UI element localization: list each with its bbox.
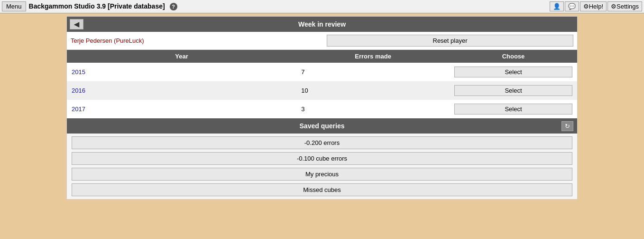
year-link[interactable]: 2015 bbox=[72, 68, 85, 76]
player-row: Terje Pedersen (PureLuck) Reset player bbox=[67, 32, 577, 50]
week-in-review-header: ◀ Week in review bbox=[67, 17, 577, 32]
table-row: 201610Select bbox=[67, 81, 577, 100]
saved-query-button[interactable]: -0.200 errors bbox=[72, 136, 572, 149]
select-year-button[interactable]: Select bbox=[454, 67, 572, 77]
year-cell: 2016 bbox=[67, 81, 296, 100]
year-cell: 2017 bbox=[67, 100, 296, 118]
help-question-icon[interactable]: ? bbox=[170, 3, 177, 10]
app-title: Backgammon Studio 3.9 [Private database]… bbox=[29, 2, 550, 10]
year-errors-table: Year Errors made Choose 20157Select20161… bbox=[67, 50, 577, 118]
saved-query-button[interactable]: Missed cubes bbox=[72, 183, 572, 196]
choose-column-header: Choose bbox=[450, 50, 577, 63]
table-row: 20157Select bbox=[67, 63, 577, 81]
menu-button[interactable]: Menu bbox=[2, 1, 26, 11]
settings-button[interactable]: ⚙Settings bbox=[607, 1, 642, 11]
year-cell: 2015 bbox=[67, 63, 296, 81]
queries-area: -0.200 errors-0.100 cube errorsMy precio… bbox=[67, 134, 577, 199]
main-content: ◀ Week in review Terje Pedersen (PureLuc… bbox=[66, 16, 578, 200]
choose-cell: Select bbox=[450, 63, 577, 81]
year-link[interactable]: 2016 bbox=[72, 87, 85, 94]
errors-cell: 3 bbox=[296, 100, 450, 118]
chat-icon-button[interactable]: 💬 bbox=[565, 1, 579, 11]
saved-query-button[interactable]: My precious bbox=[72, 168, 572, 181]
saved-query-button[interactable]: -0.100 cube errors bbox=[72, 152, 572, 165]
select-year-button[interactable]: Select bbox=[454, 85, 572, 96]
refresh-queries-button[interactable]: ↻ bbox=[561, 121, 573, 131]
choose-cell: Select bbox=[450, 81, 577, 100]
reset-player-button[interactable]: Reset player bbox=[327, 35, 573, 47]
saved-queries-header: Saved queries ↻ bbox=[67, 118, 577, 134]
year-link[interactable]: 2017 bbox=[72, 105, 85, 113]
top-bar: Menu Backgammon Studio 3.9 [Private data… bbox=[0, 0, 644, 13]
table-header-row: Year Errors made Choose bbox=[67, 50, 577, 63]
help-button[interactable]: ⚙Help! bbox=[580, 1, 607, 11]
table-row: 20173Select bbox=[67, 100, 577, 118]
top-bar-actions: 👤 💬 ⚙Help! ⚙Settings bbox=[550, 1, 642, 11]
player-name: Terje Pedersen (PureLuck) bbox=[71, 37, 327, 44]
errors-cell: 10 bbox=[296, 81, 450, 100]
errors-cell: 7 bbox=[296, 63, 450, 81]
back-button[interactable]: ◀ bbox=[70, 19, 83, 29]
choose-cell: Select bbox=[450, 100, 577, 118]
user-icon-button[interactable]: 👤 bbox=[550, 1, 564, 11]
saved-queries-title: Saved queries bbox=[300, 122, 345, 130]
errors-column-header: Errors made bbox=[296, 50, 450, 63]
year-column-header: Year bbox=[67, 50, 296, 63]
select-year-button[interactable]: Select bbox=[454, 104, 572, 115]
section-title: Week in review bbox=[298, 20, 346, 28]
